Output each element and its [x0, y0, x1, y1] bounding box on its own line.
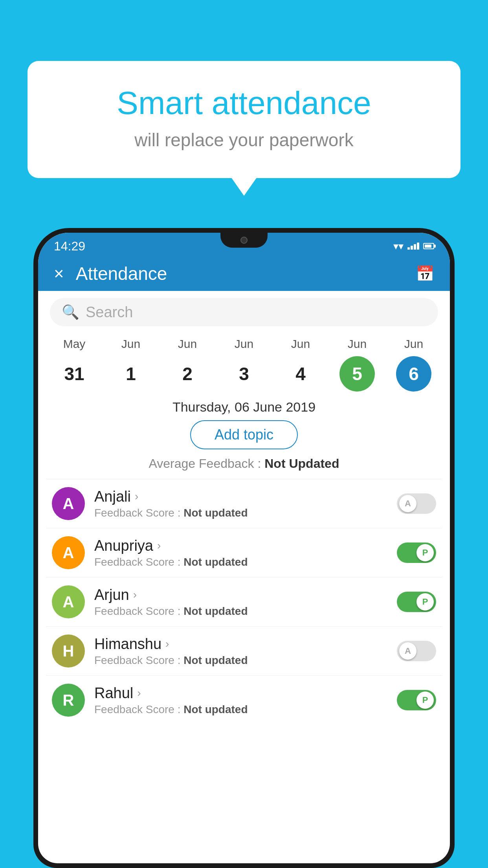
student-info: Anjali ›Feedback Score : Not updated: [94, 488, 387, 519]
cal-date-label: 6: [396, 356, 431, 392]
avg-feedback-value: Not Updated: [264, 456, 339, 471]
speech-bubble: Smart attendance will replace your paper…: [28, 61, 460, 178]
student-info: Arjun ›Feedback Score : Not updated: [94, 587, 387, 618]
avg-feedback-label: Average Feedback :: [149, 456, 261, 471]
student-list: AAnjali ›Feedback Score : Not updatedAAA…: [38, 479, 450, 725]
cal-date-label: 4: [283, 356, 318, 392]
toggle-knob: P: [416, 544, 434, 561]
notch: [220, 233, 268, 248]
cal-month-label: Jun: [348, 337, 367, 351]
camera: [240, 237, 248, 244]
cal-month-label: Jun: [235, 337, 253, 351]
phone-inner: 14:29 ▾▾ × Attendance 📅: [38, 233, 450, 863]
app-header: × Attendance 📅: [38, 256, 450, 291]
student-name[interactable]: Himanshu ›: [94, 636, 387, 653]
student-feedback: Feedback Score : Not updated: [94, 605, 387, 618]
avatar: A: [52, 536, 85, 569]
cal-date-label: 2: [170, 356, 205, 392]
chevron-right-icon: ›: [157, 539, 161, 552]
add-topic-button[interactable]: Add topic: [190, 420, 298, 449]
toggle-knob: A: [399, 642, 416, 660]
student-item: AAnjali ›Feedback Score : Not updatedA: [46, 479, 442, 528]
search-placeholder: Search: [86, 304, 133, 321]
student-info: Himanshu ›Feedback Score : Not updated: [94, 636, 387, 667]
battery-icon: [423, 243, 434, 249]
calendar-day[interactable]: Jun1: [107, 337, 154, 392]
student-name[interactable]: Rahul ›: [94, 685, 387, 702]
student-feedback: Feedback Score : Not updated: [94, 556, 387, 568]
toggle-knob: P: [416, 691, 434, 709]
student-name[interactable]: Anupriya ›: [94, 537, 387, 554]
student-info: Rahul ›Feedback Score : Not updated: [94, 685, 387, 716]
cal-month-label: Jun: [404, 337, 423, 351]
chevron-right-icon: ›: [165, 638, 169, 650]
attendance-toggle[interactable]: P: [397, 542, 436, 563]
phone-content: 🔍 Search May31Jun1Jun2Jun3Jun4Jun5Jun6 T…: [38, 291, 450, 863]
phone-frame: 14:29 ▾▾ × Attendance 📅: [33, 228, 455, 868]
cal-month-label: Jun: [291, 337, 310, 351]
search-icon: 🔍: [62, 304, 79, 320]
student-feedback: Feedback Score : Not updated: [94, 654, 387, 667]
calendar-day[interactable]: Jun3: [220, 337, 268, 392]
student-feedback: Feedback Score : Not updated: [94, 507, 387, 519]
calendar-day[interactable]: Jun4: [277, 337, 324, 392]
calendar-day[interactable]: May31: [51, 337, 98, 392]
cal-date-label: 31: [57, 356, 92, 392]
wifi-icon: ▾▾: [393, 240, 404, 252]
chevron-right-icon: ›: [135, 490, 138, 503]
toggle-knob: A: [399, 495, 416, 512]
bubble-subtitle: will replace your paperwork: [59, 129, 429, 151]
avg-feedback: Average Feedback : Not Updated: [38, 456, 450, 471]
attendance-toggle[interactable]: A: [397, 493, 436, 514]
app-title: Attendance: [76, 263, 416, 284]
student-item: AArjun ›Feedback Score : Not updatedP: [46, 577, 442, 626]
cal-date-label: 5: [339, 356, 375, 392]
student-item: RRahul ›Feedback Score : Not updatedP: [46, 675, 442, 725]
attendance-toggle[interactable]: A: [397, 641, 436, 661]
status-icons: ▾▾: [393, 240, 434, 252]
selected-date-label: Thursday, 06 June 2019: [38, 399, 450, 415]
student-info: Anupriya ›Feedback Score : Not updated: [94, 537, 387, 568]
status-time: 14:29: [54, 239, 85, 254]
chevron-right-icon: ›: [137, 687, 141, 699]
search-bar[interactable]: 🔍 Search: [50, 298, 438, 326]
cal-month-label: Jun: [121, 337, 140, 351]
avatar: H: [52, 634, 85, 668]
toggle-knob: P: [416, 593, 434, 611]
student-feedback: Feedback Score : Not updated: [94, 703, 387, 716]
student-item: AAnupriya ›Feedback Score : Not updatedP: [46, 528, 442, 577]
avatar: A: [52, 585, 85, 618]
close-button[interactable]: ×: [54, 264, 64, 283]
calendar-day[interactable]: Jun2: [164, 337, 211, 392]
avatar: R: [52, 684, 85, 717]
speech-bubble-container: Smart attendance will replace your paper…: [28, 61, 460, 178]
cal-month-label: Jun: [178, 337, 197, 351]
calendar-day[interactable]: Jun5: [334, 337, 381, 392]
chevron-right-icon: ›: [133, 588, 137, 601]
calendar-day[interactable]: Jun6: [390, 337, 437, 392]
avatar: A: [52, 487, 85, 520]
cal-date-label: 1: [113, 356, 149, 392]
cal-month-label: May: [63, 337, 86, 351]
cal-date-label: 3: [226, 356, 262, 392]
student-name[interactable]: Anjali ›: [94, 488, 387, 505]
bubble-title: Smart attendance: [59, 85, 429, 121]
student-name[interactable]: Arjun ›: [94, 587, 387, 603]
attendance-toggle[interactable]: P: [397, 592, 436, 612]
calendar-strip: May31Jun1Jun2Jun3Jun4Jun5Jun6: [38, 333, 450, 392]
student-item: HHimanshu ›Feedback Score : Not updatedA: [46, 626, 442, 675]
attendance-toggle[interactable]: P: [397, 690, 436, 710]
calendar-icon[interactable]: 📅: [416, 265, 434, 282]
signal-icon: [407, 243, 419, 250]
